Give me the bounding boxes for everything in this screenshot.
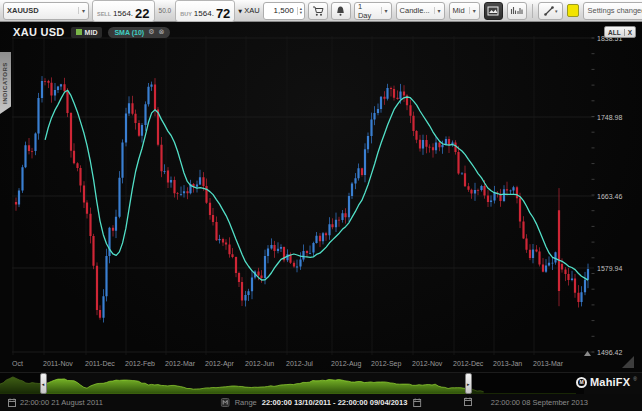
svg-text:2011-Dec: 2011-Dec	[85, 360, 115, 367]
svg-text:2012-Aug: 2012-Aug	[331, 360, 361, 368]
compare-charts-button[interactable]	[507, 2, 526, 20]
end-calendar-icon[interactable]	[464, 397, 472, 406]
period-select[interactable]: 1 Day ▾	[354, 2, 392, 20]
svg-text:2012-Sep: 2012-Sep	[371, 360, 401, 368]
chevron-down-icon: ▾	[555, 8, 558, 14]
unit-label: XAU	[244, 6, 259, 15]
mid-series-badge[interactable]: MID	[71, 27, 103, 38]
svg-text:2012-Mar: 2012-Mar	[165, 360, 196, 367]
svg-text:2013-Mar: 2013-Mar	[533, 360, 564, 367]
sma-indicator-pill[interactable]: SMA (10) ⚙ ⊗	[108, 27, 170, 38]
range-mode-icon[interactable]	[221, 398, 230, 407]
close-all-icon[interactable]: X	[624, 29, 635, 36]
price-type-label: Mid	[453, 6, 465, 15]
sma-label: SMA (10)	[114, 29, 144, 36]
gear-icon[interactable]: ⚙	[148, 29, 154, 36]
toolbar-right-group: 1 Day ▾ Candle... ▾ Mid ▾	[354, 2, 642, 20]
settings-select[interactable]: Settings changed... ▾	[583, 2, 642, 20]
instrument-select[interactable]: XAUUSD ▾	[3, 2, 89, 20]
svg-text:2012-Dec: 2012-Dec	[453, 360, 484, 367]
range-value: 22:00:00 13/10/2011 - 22:00:00 09/04/201…	[262, 398, 408, 407]
svg-text:2012-Nov: 2012-Nov	[412, 360, 443, 367]
range-label: Range	[235, 398, 257, 407]
chart-style-select[interactable]: Candle... ▾	[396, 2, 445, 20]
spread-value: 50.0	[158, 7, 173, 14]
navigator-minimap[interactable]	[0, 373, 584, 395]
sell-quote-button[interactable]: SELL 1564. 22	[92, 0, 155, 22]
orders-button[interactable]	[308, 2, 328, 20]
snapshot-button[interactable]	[484, 2, 503, 20]
amount-stepper-arrows[interactable]: ▴ ▾	[297, 7, 302, 15]
all-indicators-badge[interactable]: ALL X	[604, 26, 636, 38]
amount-value: 1,500	[268, 6, 294, 15]
svg-text:2012-Apr: 2012-Apr	[205, 360, 234, 368]
buy-label: BUY	[180, 11, 192, 20]
alerts-button[interactable]	[331, 2, 351, 20]
dim-left	[0, 373, 43, 395]
navigator-left-handle[interactable]: ◂	[40, 373, 47, 394]
calendar-icon[interactable]	[412, 398, 421, 407]
svg-text:2013-Jan: 2013-Jan	[493, 360, 522, 367]
amount-stepper[interactable]: 1,500 ▴ ▾	[263, 2, 305, 20]
multi-chart-icon	[510, 5, 523, 16]
range-start-group: 22:00:00 21 August 2011	[8, 398, 103, 407]
unit-select[interactable]: ▼ XAU	[238, 6, 259, 15]
mid-badge-label: MID	[85, 29, 98, 36]
status-bar: 22:00:00 21 August 2011 Range 22:00:00 1…	[0, 394, 642, 411]
chart-header: XAU USD MID SMA (10) ⚙ ⊗	[13, 26, 170, 38]
chevron-down-icon: ▾	[381, 7, 388, 14]
chart-area[interactable]: 1838.511748.981663.461579.941496.42Oct20…	[0, 22, 642, 372]
top-toolbar: XAUUSD ▾ SELL 1564. 22 50.0 BUY 1564. 72…	[0, 0, 642, 22]
price-axis: 1838.511748.981663.461579.941496.42	[597, 35, 622, 356]
navigator-right-handle[interactable]: ▸	[465, 373, 472, 394]
svg-text:2012-Jul: 2012-Jul	[286, 360, 313, 367]
remove-indicator-icon[interactable]: ⊗	[158, 29, 164, 36]
all-label: ALL	[605, 29, 624, 36]
settings-label: Settings changed...	[587, 6, 642, 15]
series-color-swatch	[76, 29, 82, 35]
sell-price: 1564.	[113, 9, 133, 20]
svg-text:1748.98: 1748.98	[597, 114, 622, 121]
svg-text:1663.46: 1663.46	[597, 193, 622, 200]
toolbar-divider	[532, 4, 533, 18]
color-swatch-button[interactable]	[567, 4, 580, 17]
calendar-icon[interactable]	[8, 398, 16, 407]
sell-pips: 22	[135, 7, 149, 20]
dim-right	[468, 373, 584, 395]
arrow-right-icon: ▸	[467, 381, 470, 387]
svg-text:2012-Feb: 2012-Feb	[125, 360, 155, 367]
mahifx-logo: M MahiFX ®	[576, 376, 637, 388]
indicators-tab[interactable]: INDICATORS	[0, 52, 11, 114]
chart-image-icon	[487, 6, 499, 16]
range-summary-group: Range 22:00:00 13/10/2011 - 22:00:00 09/…	[221, 398, 422, 407]
toolbar-left-group: XAUUSD ▾ SELL 1564. 22 50.0 BUY 1564. 72…	[3, 0, 351, 22]
candlestick-chart[interactable]: 1838.511748.981663.461579.941496.42Oct20…	[0, 22, 642, 372]
range-navigator[interactable]: ◂ ▸ M MahiFX ®	[0, 372, 642, 394]
chart-style-label: Candle...	[400, 6, 430, 15]
step-down-icon[interactable]: ▾	[300, 11, 302, 15]
svg-text:1496.42: 1496.42	[597, 349, 622, 356]
svg-text:Oct: Oct	[12, 360, 23, 367]
mahifx-trading-app: XAUUSD ▾ SELL 1564. 22 50.0 BUY 1564. 72…	[0, 0, 642, 411]
resize-grip-icon	[622, 356, 634, 368]
trendline-tool-button[interactable]: ▾	[538, 2, 563, 20]
instrument-label: XAUUSD	[7, 6, 39, 15]
buy-quote-button[interactable]: BUY 1564. 72	[175, 0, 235, 22]
svg-text:2012-Jun: 2012-Jun	[245, 360, 274, 367]
chevron-down-icon: ▾	[469, 7, 476, 14]
navigator-area	[0, 377, 484, 394]
chevron-down-icon: ▾	[434, 7, 441, 14]
time-axis: Oct2011-Nov2011-Dec2012-Feb2012-Mar2012-…	[12, 360, 564, 368]
svg-text:2011-Nov: 2011-Nov	[43, 360, 73, 367]
buy-pips: 72	[216, 7, 230, 20]
range-end-timestamp: 22:00:00 08 September 2013	[491, 398, 588, 407]
range-start-timestamp: 22:00:00 21 August 2011	[20, 398, 103, 407]
svg-text:1579.94: 1579.94	[597, 265, 622, 272]
arrow-left-icon: ◂	[42, 381, 45, 387]
price-type-select[interactable]: Mid ▾	[449, 2, 480, 20]
sell-label: SELL	[97, 11, 111, 20]
cart-icon	[312, 5, 324, 17]
chevron-down-icon: ▼	[238, 8, 242, 14]
bell-icon	[335, 5, 346, 17]
up-candle-wicks	[19, 76, 588, 322]
